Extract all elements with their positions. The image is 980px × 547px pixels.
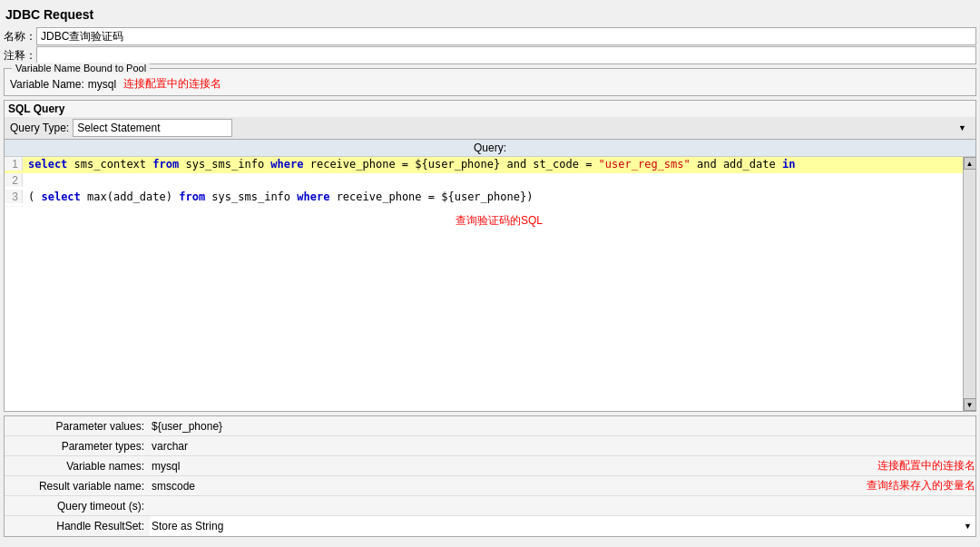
result-variable-row: Result variable name: smscode 查询结果存入的变量名 [5,476,975,496]
query-editor[interactable]: 1 select sms_context from sys_sms_info w… [5,157,975,411]
variable-name-value: mysql [88,78,116,91]
handle-result-label: Handle ResultSet: [5,520,150,532]
line-content-3: ( select max(add_date) from sys_sms_info… [23,190,975,203]
sql-query-section: SQL Query Query Type: Select Statement U… [4,100,976,412]
query-lines: 1 select sms_context from sys_sms_info w… [5,157,975,229]
plain-7: sys_sms_info [211,190,297,203]
variable-name-label: Variable Name: [10,78,84,91]
line-content-1: select sms_context from sys_sms_info whe… [23,157,975,171]
plain-5: ( [28,190,34,203]
result-variable-value: smscode [150,480,858,493]
param-types-value: varchar [150,440,975,453]
line-number-1: 1 [5,157,23,171]
line-number-3: 3 [5,190,23,203]
scroll-up-btn[interactable]: ▲ [964,157,976,170]
kw-from: from [152,158,179,171]
plain-4: and add_date [697,158,782,171]
kw-where: where [270,158,303,171]
param-types-row: Parameter types: varchar [5,436,975,456]
scroll-down-btn[interactable]: ▼ [964,398,976,411]
kw-in: in [782,158,795,171]
kw-select-2: select [41,190,80,203]
query-line-3: 3 ( select max(add_date) from sys_sms_in… [5,190,975,206]
name-input[interactable] [36,27,976,45]
comment-input[interactable] [36,46,976,64]
query-line-1: 1 select sms_context from sys_sms_info w… [5,157,975,173]
query-type-select[interactable]: Select Statement Update Statement Callab… [73,119,232,137]
param-values-label: Parameter values: [5,420,150,433]
kw-from-2: from [179,190,205,203]
name-label: 名称： [4,29,36,44]
query-timeout-input[interactable] [150,498,975,514]
line-number-hint [5,206,23,207]
plain-1: sms_context [74,158,153,171]
query-line-2: 2 [5,173,975,190]
param-types-label: Parameter types: [5,440,150,453]
handle-result-row: Handle ResultSet: Store as String Store … [5,516,975,536]
plain-2: sys_sms_info [185,158,270,171]
scroll-bar-right[interactable]: ▲ ▼ [963,157,975,411]
query-hint: 查询验证码的SQL [23,213,975,229]
main-container: JDBC Request 名称： 注释： Variable Name Bound… [0,0,980,547]
line-number-2: 2 [5,173,23,187]
handle-result-select-wrapper[interactable]: Store as String Store as Object Count Re… [150,516,975,536]
handle-result-select[interactable]: Store as String Store as Object Count Re… [150,516,975,536]
variable-names-row: Variable names: mysql 连接配置中的连接名 [5,456,975,476]
variable-name-bound-section: Variable Name Bound to Pool Variable Nam… [4,68,976,96]
variable-name-hint: 连接配置中的连接名 [123,76,221,92]
plain-8: receive_phone = ${user_phone}) [337,190,534,203]
plain-3: receive_phone = ${user_phone} and st_cod… [310,158,599,171]
section-title: Variable Name Bound to Pool [12,63,150,73]
kw-select: select [28,158,67,171]
page-title: JDBC Request [4,4,976,27]
kw-string-1: "user_reg_sms" [599,158,691,171]
variable-names-label: Variable names: [5,460,150,473]
result-variable-label: Result variable name: [5,480,150,493]
query-type-label: Query Type: [10,122,69,134]
query-timeout-row: Query timeout (s): [5,496,975,516]
line-content-2 [23,173,975,174]
query-type-select-wrapper[interactable]: Select Statement Update Statement Callab… [73,119,970,137]
result-variable-hint: 查询结果存入的变量名 [867,478,975,493]
bottom-fields: Parameter values: ${user_phone} Paramete… [4,415,976,537]
query-label: Query: [5,139,975,157]
kw-where-2: where [297,190,329,203]
query-hint-row: 查询验证码的SQL [5,206,975,229]
variable-names-hint: 连接配置中的连接名 [877,458,975,474]
query-timeout-label: Query timeout (s): [5,500,150,513]
param-values-value: ${user_phone} [150,420,975,433]
variable-names-value: mysql [150,460,868,473]
comment-label: 注释： [4,48,36,63]
plain-6: max(add_date) [87,190,179,203]
param-values-row: Parameter values: ${user_phone} [5,416,975,436]
sql-query-title: SQL Query [5,101,975,117]
